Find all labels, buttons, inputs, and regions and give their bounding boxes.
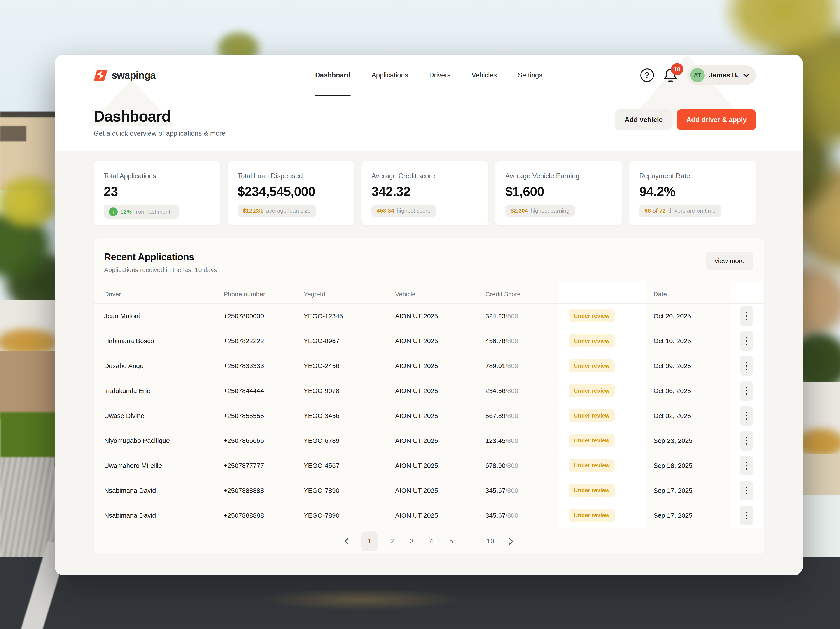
row-menu-button[interactable] (740, 331, 753, 351)
cell-phone: +2507822222 (224, 337, 304, 345)
cell-actions (731, 431, 764, 451)
cell-driver: Habimana Bosco (94, 337, 224, 345)
cell-credit-score: 324.23/800 (485, 312, 568, 320)
cell-yego-id: YEGO-7890 (304, 512, 395, 519)
add-vehicle-button[interactable]: Add vehicle (615, 109, 672, 130)
top-navigation-bar: swapinga DashboardApplicationsDriversVeh… (55, 55, 803, 96)
stat-badge-text: highest earning (531, 207, 570, 214)
nav-item-drivers[interactable]: Drivers (429, 55, 451, 96)
page-button-5[interactable]: 5 (445, 531, 457, 551)
status-badge: Under review (568, 459, 615, 472)
app-window: swapinga DashboardApplicationsDriversVeh… (55, 55, 803, 575)
cell-status: Under review (568, 459, 654, 472)
status-badge: Under review (568, 484, 615, 497)
cell-status: Under review (568, 334, 654, 347)
table-title: Recent Applications (104, 252, 217, 262)
cell-driver: Nsabimana David (94, 487, 224, 494)
user-menu[interactable]: AT James B. (687, 65, 756, 85)
nav-item-applications[interactable]: Applications (372, 55, 408, 96)
nav-item-vehicles[interactable]: Vehicles (472, 55, 497, 96)
cell-yego-id: YEGO-6789 (304, 437, 395, 445)
stat-value: 342.32 (371, 184, 478, 199)
stat-card: Total Loan Dispensed $234,545,000 $12,23… (227, 161, 354, 225)
cell-date: Oct 10, 2025 (654, 337, 731, 345)
row-menu-button[interactable] (740, 381, 753, 401)
table-row[interactable]: Dusabe Ange +2507833333 YEGO-2456 AION U… (94, 353, 764, 378)
add-driver-apply-button[interactable]: Add driver & apply (677, 109, 756, 130)
cell-credit-score: 123.45/800 (485, 437, 568, 445)
page-button-3[interactable]: 3 (406, 531, 417, 551)
cell-actions (731, 481, 764, 500)
cell-driver: Dusabe Ange (94, 362, 224, 370)
table-row[interactable]: Niyomugabo Pacifique +2507866666 YEGO-67… (94, 428, 764, 453)
stat-badge: ↑ 12% from last month (104, 205, 179, 219)
row-menu-button[interactable] (740, 506, 753, 525)
page-button-1[interactable]: 1 (362, 531, 378, 551)
cell-date: Oct 09, 2025 (654, 362, 731, 370)
right-wall (802, 381, 840, 433)
cell-vehicle: AION UT 2025 (395, 337, 485, 345)
previous-page-button[interactable] (340, 531, 353, 551)
cell-yego-id: YEGO-8967 (304, 337, 395, 345)
table-row[interactable]: Uwase Divine +2507855555 YEGO-3456 AION … (94, 403, 764, 428)
cell-vehicle: AION UT 2025 (395, 312, 485, 320)
cell-driver: Nsabimana David (94, 512, 224, 519)
stat-value: $1,600 (505, 184, 612, 199)
cell-vehicle: AION UT 2025 (395, 437, 485, 445)
left-sidewalk (0, 351, 57, 419)
table-subtitle: Applications received in the last 10 day… (104, 266, 217, 274)
brand-logo[interactable]: swapinga (94, 69, 156, 81)
next-page-button[interactable] (504, 531, 518, 551)
status-badge: Under review (568, 509, 615, 522)
cell-status: Under review (568, 509, 654, 522)
table-row[interactable]: Uwamahoro Mireille +2507877777 YEGO-4567… (94, 453, 764, 478)
cell-driver: Niyomugabo Pacifique (94, 437, 224, 445)
page-button-2[interactable]: 2 (386, 531, 398, 551)
stat-badge: 68 of 72 drivers are on-time (639, 205, 721, 217)
cell-date: Sep 17, 2025 (654, 512, 731, 519)
view-more-button[interactable]: view more (706, 252, 753, 270)
row-menu-button[interactable] (740, 306, 753, 326)
avatar: AT (690, 68, 704, 82)
stat-badge-highlight: 12% (120, 208, 132, 215)
cell-yego-id: YEGO-12345 (304, 312, 395, 320)
row-menu-button[interactable] (740, 406, 753, 426)
column-header: Vehicle (395, 291, 485, 298)
help-icon[interactable]: ? (640, 68, 654, 82)
cell-yego-id: YEGO-9078 (304, 387, 395, 394)
nav-item-dashboard[interactable]: Dashboard (315, 55, 351, 96)
cell-status: Under review (568, 409, 654, 422)
cell-phone: +2507866666 (224, 437, 304, 445)
row-menu-button[interactable] (740, 456, 753, 476)
page-button-4[interactable]: 4 (426, 531, 437, 551)
column-header: Date (654, 291, 731, 298)
cell-vehicle: AION UT 2025 (395, 387, 485, 394)
cell-yego-id: YEGO-7890 (304, 487, 395, 494)
right-sidewalk (802, 454, 840, 495)
row-menu-button[interactable] (740, 356, 753, 376)
notifications-button[interactable]: 10 (663, 68, 677, 83)
cell-vehicle: AION UT 2025 (395, 362, 485, 370)
cell-driver: Iradukunda Eric (94, 387, 224, 394)
status-badge: Under review (568, 409, 615, 422)
page-button-10[interactable]: 10 (485, 531, 496, 551)
stat-label: Repayment Rate (639, 172, 746, 180)
table-row[interactable]: Nsabimana David +2507888888 YEGO-7890 AI… (94, 503, 764, 528)
cell-credit-score: 789.01/800 (485, 362, 568, 370)
table-row[interactable]: Jean Mutoni +2507800000 YEGO-12345 AION … (94, 303, 764, 328)
stats-cards: Total Applications 23 ↑ 12% from last mo… (94, 161, 764, 225)
nav-item-settings[interactable]: Settings (518, 55, 542, 96)
stat-label: Total Applications (104, 172, 210, 180)
cell-vehicle: AION UT 2025 (395, 412, 485, 419)
table-row[interactable]: Habimana Bosco +2507822222 YEGO-8967 AIO… (94, 328, 764, 353)
cell-date: Oct 20, 2025 (654, 312, 731, 320)
stat-badge-highlight: 68 of 72 (644, 207, 666, 214)
row-menu-button[interactable] (740, 431, 753, 451)
table-row[interactable]: Nsabimana David +2507888888 YEGO-7890 AI… (94, 478, 764, 503)
stat-value: 23 (104, 184, 210, 199)
row-menu-button[interactable] (740, 481, 753, 500)
column-header: Credit Score (485, 291, 568, 298)
cell-actions (731, 331, 764, 351)
stat-badge-highlight: $2,304 (510, 207, 528, 214)
table-row[interactable]: Iradukunda Eric +2507844444 YEGO-9078 AI… (94, 378, 764, 403)
